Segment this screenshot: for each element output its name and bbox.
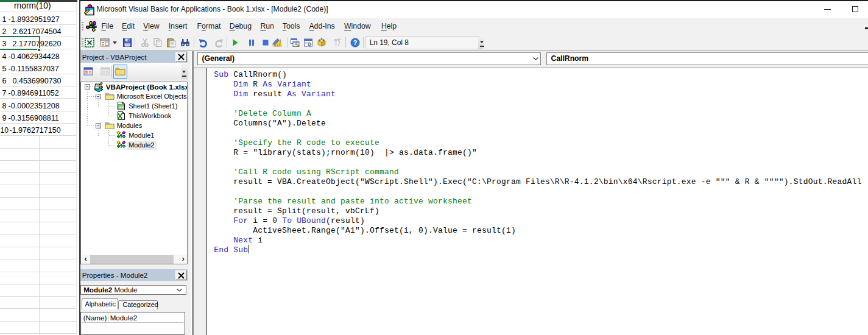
svg-text:?: ? xyxy=(353,39,358,46)
